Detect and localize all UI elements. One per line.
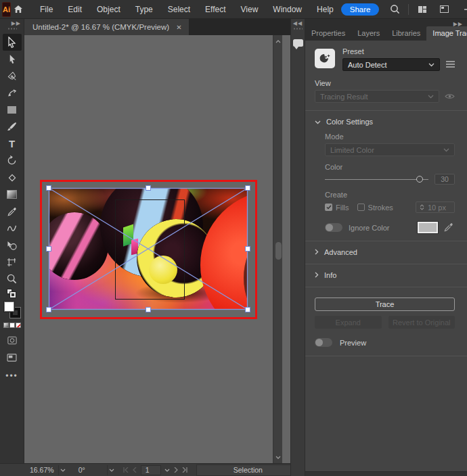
menu-type[interactable]: Type	[128, 0, 160, 19]
shaper-tool[interactable]	[3, 220, 22, 237]
ignore-color-label: Ignore Color	[349, 224, 390, 232]
panel-expand-icon[interactable]: ▶▶	[453, 21, 463, 27]
selection-tool[interactable]	[3, 34, 22, 51]
zoom-dropdown-icon[interactable]	[58, 465, 68, 475]
titlebar: Ai File Edit Object Type Select Effect V…	[0, 0, 467, 19]
right-panel: ▶▶ Properties Layers Libraries Image Tra…	[305, 19, 467, 476]
expand-button: Expand	[315, 316, 382, 329]
artboard-navigation: 1	[122, 465, 190, 476]
menu-window[interactable]: Window	[265, 0, 309, 19]
dock-grip[interactable]	[293, 28, 303, 30]
advanced-section-header[interactable]: Advanced	[315, 248, 455, 256]
scroll-up-icon[interactable]	[273, 37, 283, 46]
last-artboard-icon[interactable]	[181, 465, 190, 475]
view-select: Tracing Result	[315, 90, 439, 103]
minimize-button[interactable]	[458, 1, 467, 18]
workspace-switcher-icon[interactable]	[414, 2, 431, 17]
none-button[interactable]	[16, 323, 21, 328]
titlebar-separator	[408, 4, 409, 15]
color-slider	[325, 176, 428, 183]
gradient-button[interactable]	[9, 323, 15, 328]
edit-toolbar-icon[interactable]: •••	[5, 371, 18, 381]
menu-object[interactable]: Object	[89, 0, 128, 19]
fill-stroke-indicator[interactable]	[3, 300, 22, 320]
tab-layers[interactable]: Layers	[351, 26, 386, 41]
swap-fill-stroke-icon[interactable]	[3, 287, 22, 300]
zoom-level-field[interactable]: 16.67%	[26, 465, 58, 475]
document-tab-close-icon[interactable]: ✕	[176, 24, 181, 31]
curvature-tool[interactable]	[3, 85, 22, 101]
advanced-label: Advanced	[324, 248, 357, 256]
dock-collapse-icon[interactable]: ◀◀	[293, 20, 303, 26]
ignore-color-toggle	[325, 223, 342, 232]
preset-menu-icon[interactable]	[446, 61, 455, 69]
statusbar: 16.67% 0° 1	[0, 463, 305, 476]
tab-properties[interactable]: Properties	[305, 26, 351, 41]
scroll-down-icon[interactable]	[273, 452, 283, 462]
menu-view[interactable]: View	[234, 0, 266, 19]
paintbrush-tool[interactable]	[3, 118, 22, 135]
canvas[interactable]	[24, 35, 290, 463]
gradient-tool[interactable]	[3, 186, 22, 203]
next-artboard-icon[interactable]	[172, 465, 181, 475]
tab-libraries[interactable]: Libraries	[386, 26, 426, 41]
rotation-field[interactable]: 0°	[74, 465, 97, 475]
vertical-scrollbar[interactable]	[273, 35, 282, 463]
type-tool[interactable]: T	[3, 135, 22, 152]
screen-mode-icon[interactable]	[3, 349, 22, 366]
pen-tool[interactable]	[3, 68, 22, 85]
menu-bar: File Edit Object Type Select Effect View…	[32, 0, 341, 19]
drawing-modes-icon[interactable]	[3, 332, 22, 349]
toolbar-expand-icon[interactable]: ▶▶	[12, 20, 21, 26]
zoom-tool[interactable]	[3, 270, 22, 287]
previous-artboard-icon[interactable]	[131, 465, 139, 475]
menu-help[interactable]: Help	[309, 0, 341, 19]
fills-label: Fills	[336, 204, 349, 212]
arrange-documents-icon[interactable]	[435, 2, 453, 17]
ignore-color-swatch	[418, 222, 438, 233]
fill-swatch[interactable]	[4, 302, 14, 312]
preview-toggle[interactable]	[315, 338, 332, 347]
rotation-dropdown-icon[interactable]	[107, 465, 116, 475]
home-icon[interactable]	[14, 2, 23, 17]
eraser-tool[interactable]	[3, 169, 22, 186]
menu-file[interactable]: File	[32, 0, 60, 19]
search-icon[interactable]	[386, 2, 403, 17]
artboard-number-field[interactable]: 1	[141, 465, 161, 475]
artboard-tool[interactable]	[3, 254, 22, 270]
stroke-width-stepper: 10 px	[416, 201, 455, 213]
comment-tool-icon[interactable]	[293, 39, 303, 47]
trace-button[interactable]: Trace	[315, 298, 455, 311]
artboard-dropdown-icon[interactable]	[162, 465, 172, 475]
view-eye-icon	[445, 93, 455, 101]
menu-select[interactable]: Select	[160, 0, 198, 19]
preset-label: Preset	[342, 47, 455, 55]
share-button[interactable]: Share	[341, 3, 380, 16]
strokes-label: Strokes	[368, 204, 393, 212]
scrollbar-thumb[interactable]	[275, 242, 282, 260]
type-tool-glyph: T	[9, 139, 15, 149]
app-logo-icon: Ai	[2, 2, 11, 17]
preset-select[interactable]: Auto Detect	[342, 58, 440, 71]
color-button[interactable]	[3, 323, 9, 328]
window-controls	[458, 1, 467, 18]
color-settings-header[interactable]: Color Settings	[315, 118, 455, 126]
info-section-header[interactable]: Info	[315, 271, 455, 279]
shape-builder-tool[interactable]	[3, 237, 22, 254]
divider	[305, 110, 467, 111]
eyedropper-tool[interactable]	[3, 203, 22, 220]
rotate-tool[interactable]	[3, 152, 22, 169]
first-artboard-icon[interactable]	[122, 465, 131, 475]
mode-value: Limited Color	[330, 146, 374, 154]
menu-edit[interactable]: Edit	[60, 0, 89, 19]
tab-image-trace[interactable]: Image Trace	[426, 26, 467, 41]
menu-effect[interactable]: Effect	[198, 0, 233, 19]
divider	[305, 287, 467, 287]
placed-image[interactable]	[49, 188, 248, 310]
view-label: View	[315, 79, 455, 87]
rectangle-tool[interactable]	[3, 101, 22, 118]
stroke-width-value: 10 px	[428, 204, 446, 212]
toolbar-grip[interactable]	[7, 28, 17, 30]
document-tab[interactable]: Untitled-2* @ 16.67 % (CMYK/Preview) ✕	[24, 19, 189, 35]
direct-selection-tool[interactable]	[3, 51, 22, 68]
